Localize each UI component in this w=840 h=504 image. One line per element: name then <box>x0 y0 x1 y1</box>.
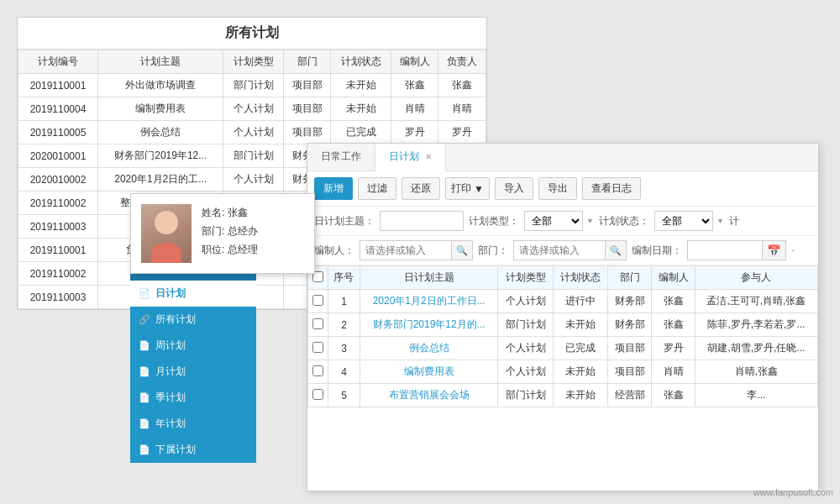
table-row[interactable]: 4编制费用表个人计划未开始项目部肖晴肖晴,张鑫 <box>308 360 818 384</box>
avatar-body <box>151 243 181 263</box>
editor-search-icon[interactable]: 🔍 <box>452 240 473 260</box>
tab-daily-work[interactable]: 日常工作 <box>307 144 375 171</box>
table-row[interactable]: 5布置营销展会会场部门计划未开始经营部张鑫李... <box>308 384 818 407</box>
dept-input[interactable] <box>513 240 606 260</box>
table-row[interactable]: 12020年1月2日的工作日...个人计划进行中财务部张鑫孟洁,王可可,肖晴,张… <box>308 290 818 313</box>
sidebar-item-label: 月计划 <box>155 365 186 379</box>
main-panel: 日常工作 日计划 ✕ 新增 过滤 还原 打印 ▼ 导入 导出 查看日志 日计划主… <box>307 143 819 491</box>
bg-col-header: 计划状态 <box>331 50 391 74</box>
bg-col-header: 编制人 <box>391 50 438 74</box>
theme-input[interactable] <box>380 211 464 231</box>
plan-theme-link[interactable]: 例会总结 <box>360 337 497 360</box>
plan-theme-link[interactable]: 财务部门2019年12月的... <box>360 313 497 337</box>
plan-theme-link[interactable]: 2020年1月2日的工作日... <box>360 290 497 313</box>
export-button[interactable]: 导出 <box>538 177 577 200</box>
filter-row-2: 编制人： 🔍 部门： 🔍 编制日期： 📅 - <box>307 236 818 265</box>
sidebar-item-weekly[interactable]: 📄周计划 <box>130 333 256 359</box>
status-select[interactable]: 全部 未开始 进行中 已完成 <box>654 211 713 231</box>
bg-col-header: 计划类型 <box>223 50 284 74</box>
data-col-header: 日计划主题 <box>360 266 497 290</box>
status-badge: 已完成 <box>553 337 608 360</box>
type-dropdown-icon: ▼ <box>586 217 594 225</box>
row-checkbox[interactable] <box>312 318 323 329</box>
sidebar-item-label: 日计划 <box>155 286 186 301</box>
row-checkbox[interactable] <box>312 295 323 306</box>
bg-col-header: 负责人 <box>438 50 486 74</box>
bg-col-header: 部门 <box>284 50 331 74</box>
avatar-image <box>141 204 192 263</box>
sidebar-item-sub[interactable]: 📄下属计划 <box>130 437 256 463</box>
tab-daily-plan[interactable]: 日计划 ✕ <box>375 144 446 171</box>
date-start-wrapper: 📅 <box>687 240 786 260</box>
table-row[interactable]: 3例会总结个人计划已完成项目部罗丹胡建,胡雪,罗丹,任晓... <box>308 337 818 360</box>
tab-bar: 日常工作 日计划 ✕ <box>307 144 818 171</box>
file-icon: 📄 <box>139 366 150 377</box>
sidebar-item-yearly[interactable]: 📄年计划 <box>130 411 256 437</box>
print-button[interactable]: 打印 ▼ <box>445 177 490 200</box>
data-table-wrapper: 序号日计划主题计划类型计划状态部门编制人参与人 12020年1月2日的工作日..… <box>307 265 818 491</box>
status-dropdown-icon: ▼ <box>717 217 724 225</box>
file-icon: 📄 <box>139 288 150 299</box>
user-card: 姓名: 张鑫 部门: 总经办 职位: 总经理 <box>130 193 315 274</box>
type-select[interactable]: 全部 个人计划 部门计划 <box>524 211 583 231</box>
user-name: 姓名: 张鑫 <box>202 206 304 220</box>
log-button[interactable]: 查看日志 <box>582 177 641 200</box>
status-badge: 未开始 <box>553 384 608 407</box>
data-col-header: 计划类型 <box>498 266 554 290</box>
plan-col-label: 计 <box>729 214 739 228</box>
table-row[interactable]: 2019110001外出做市场调查部门计划项目部未开始张鑫张鑫 <box>18 74 486 97</box>
data-col-header: 序号 <box>328 266 360 290</box>
sidebar-item-label: 所有计划 <box>155 312 196 327</box>
dept-label: 部门： <box>478 244 508 258</box>
user-title: 职位: 总经理 <box>202 243 304 257</box>
status-label: 计划状态： <box>599 214 649 228</box>
data-col-header: 计划状态 <box>553 266 608 290</box>
file-icon: 🔗 <box>139 314 150 325</box>
table-row[interactable]: 2019110005例会总结个人计划项目部已完成罗丹罗丹 <box>18 121 486 144</box>
sidebar: 计划 ⚙ 📄日计划🔗所有计划📄周计划📄月计划📄季计划📄年计划📄下属计划 <box>130 252 256 463</box>
file-icon: 📄 <box>139 392 150 403</box>
sidebar-items: 📄日计划🔗所有计划📄周计划📄月计划📄季计划📄年计划📄下属计划 <box>130 281 256 463</box>
sidebar-item-quarterly[interactable]: 📄季计划 <box>130 385 256 411</box>
add-button[interactable]: 新增 <box>314 177 353 200</box>
sidebar-item-label: 下属计划 <box>155 443 196 457</box>
table-row[interactable]: 2019110004编制费用表个人计划项目部未开始肖晴肖晴 <box>18 97 486 121</box>
sidebar-item-all[interactable]: 🔗所有计划 <box>130 307 256 333</box>
editor-input[interactable] <box>360 240 452 260</box>
filter-row-1: 日计划主题： 计划类型： 全部 个人计划 部门计划 ▼ 计划状态： 全部 未开始… <box>307 207 818 236</box>
data-col-header: 参与人 <box>695 266 817 290</box>
row-checkbox[interactable] <box>312 389 323 400</box>
file-icon: 📄 <box>139 418 150 429</box>
sidebar-item-label: 季计划 <box>155 391 186 405</box>
status-badge: 未开始 <box>553 360 608 384</box>
row-checkbox[interactable] <box>312 342 323 353</box>
date-label: 编制日期： <box>632 244 682 258</box>
filter-button[interactable]: 过滤 <box>358 177 396 200</box>
sidebar-item-daily[interactable]: 📄日计划 <box>130 281 256 307</box>
import-button[interactable]: 导入 <box>495 177 533 200</box>
table-row[interactable]: 2财务部门2019年12月的...部门计划未开始财务部张鑫陈菲,罗丹,李若若,罗… <box>308 313 818 337</box>
avatar-face <box>155 211 178 234</box>
theme-label: 日计划主题： <box>314 214 375 228</box>
sidebar-item-label: 年计划 <box>155 417 186 431</box>
editor-input-wrapper: 🔍 <box>360 240 473 260</box>
sidebar-item-label: 周计划 <box>155 339 186 353</box>
row-checkbox[interactable] <box>312 365 323 376</box>
bg-col-header: 计划主题 <box>98 50 223 74</box>
plan-theme-link[interactable]: 编制费用表 <box>360 360 497 384</box>
restore-button[interactable]: 还原 <box>402 177 440 200</box>
date-range-separator: - <box>791 244 795 256</box>
data-col-header: 编制人 <box>652 266 696 290</box>
calendar-start-icon[interactable]: 📅 <box>763 240 786 260</box>
dept-search-icon[interactable]: 🔍 <box>606 240 627 260</box>
sidebar-item-monthly[interactable]: 📄月计划 <box>130 359 256 385</box>
plan-theme-link[interactable]: 布置营销展会会场 <box>360 384 497 407</box>
date-start-input[interactable] <box>687 240 763 260</box>
user-card-info: 姓名: 张鑫 部门: 总经办 职位: 总经理 <box>202 206 304 261</box>
bg-col-header: 计划编号 <box>18 50 98 74</box>
bg-panel-title: 所有计划 <box>18 18 486 50</box>
tab-close-icon[interactable]: ✕ <box>425 152 432 161</box>
dropdown-arrow-icon: ▼ <box>474 183 484 195</box>
data-table: 序号日计划主题计划类型计划状态部门编制人参与人 12020年1月2日的工作日..… <box>307 265 818 407</box>
dept-input-wrapper: 🔍 <box>513 240 627 260</box>
